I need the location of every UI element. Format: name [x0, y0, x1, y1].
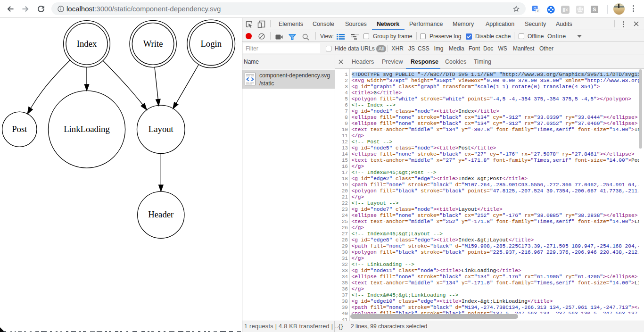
svg-text:Header: Header	[148, 209, 174, 219]
svg-text:LinkLoading: LinkLoading	[64, 124, 110, 134]
svg-text:Index: Index	[77, 39, 97, 49]
svg-text:x: x	[537, 9, 539, 13]
svg-text:Write: Write	[143, 39, 163, 49]
svg-text:Layout: Layout	[149, 124, 174, 134]
svg-text:Post: Post	[12, 124, 27, 134]
svg-text:Login: Login	[200, 39, 222, 49]
